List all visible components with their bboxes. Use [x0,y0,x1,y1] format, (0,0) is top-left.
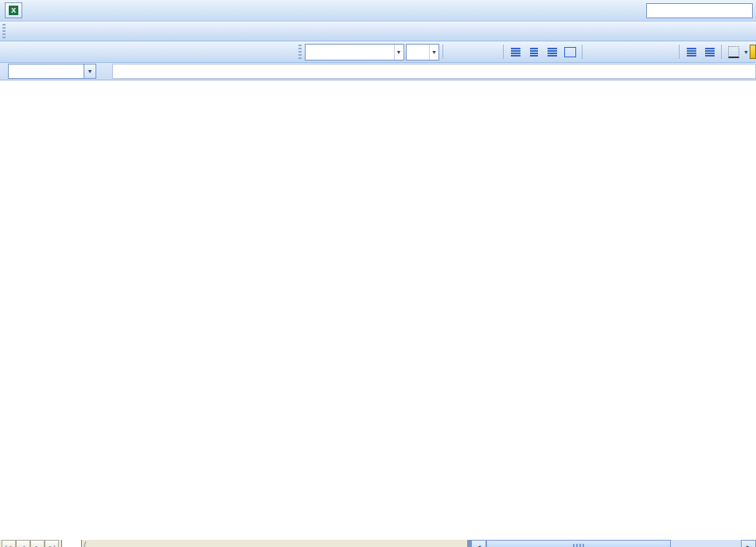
scrollbar-track[interactable] [671,540,741,547]
currency-button[interactable] [586,44,602,61]
align-left-button[interactable] [507,44,524,61]
previous-sheet-button[interactable]: ◄ [16,540,30,547]
font-name-combo[interactable]: ▼ [305,44,404,61]
italic-button[interactable] [465,44,481,61]
toolbar-separator [582,45,583,59]
align-right-icon [548,48,557,57]
formula-bar: ▼ [0,63,756,80]
merge-center-icon [564,47,576,57]
toolbar-grip[interactable] [2,24,6,38]
borders-dropdown[interactable]: ▼ [742,45,750,60]
decrease-indent-icon [687,48,696,57]
help-question-input[interactable] [646,3,753,18]
percent-button[interactable] [604,44,621,61]
chevron-down-icon[interactable]: ▼ [394,45,403,60]
chevron-down-icon[interactable]: ▼ [429,45,438,60]
increase-indent-button[interactable] [701,44,718,61]
menu-bar: X [0,0,756,21]
merge-center-button[interactable] [562,44,579,61]
excel-logo-icon: X [5,2,22,18]
toolbar-separator [442,45,443,59]
borders-icon [728,46,739,58]
align-center-button[interactable] [525,44,542,61]
name-box-dropdown[interactable]: ▼ [84,64,96,79]
underline-button[interactable] [483,44,500,61]
scroll-right-icon[interactable]: ► [741,540,756,547]
formatting-toolbar: ▼ ▼ ▼ [0,41,756,63]
excel-window: X ▼ ▼ [0,0,756,547]
toolbar-separator [679,45,680,59]
align-center-icon [530,48,538,57]
toolbar-grip[interactable] [298,45,302,59]
sheet-tab-bar: |◄ ◄ ► ►| / ◄ ► [0,540,756,547]
horizontal-scrollbar[interactable]: ◄ ► [471,540,756,547]
scrollbar-thumb[interactable] [486,540,671,547]
formula-input[interactable] [112,64,756,79]
borders-button[interactable] [725,44,742,61]
next-sheet-button[interactable]: ► [30,540,45,547]
spreadsheet-grid [0,80,756,540]
sheet-tab-edge: / [84,540,86,547]
standard-toolbar [0,21,756,41]
thumb-grip-icon [573,544,584,547]
decrease-indent-button[interactable] [683,44,699,61]
increase-indent-icon [705,48,715,57]
decrease-decimal-button[interactable] [659,44,676,61]
comma-button[interactable] [622,44,639,61]
toolbar-separator [503,45,504,59]
bold-button[interactable] [446,44,463,61]
scroll-left-icon[interactable]: ◄ [471,540,486,547]
align-left-icon [511,48,520,57]
increase-decimal-button[interactable] [641,44,657,61]
name-box[interactable] [8,64,84,79]
align-right-button[interactable] [544,44,560,61]
font-size-combo[interactable]: ▼ [406,44,439,61]
toolbar-separator [721,45,722,59]
last-sheet-button[interactable]: ►| [45,540,59,547]
fill-color-icon[interactable] [750,45,756,59]
sheet-tab-reo-agent[interactable] [61,540,82,547]
first-sheet-button[interactable]: |◄ [2,540,16,547]
